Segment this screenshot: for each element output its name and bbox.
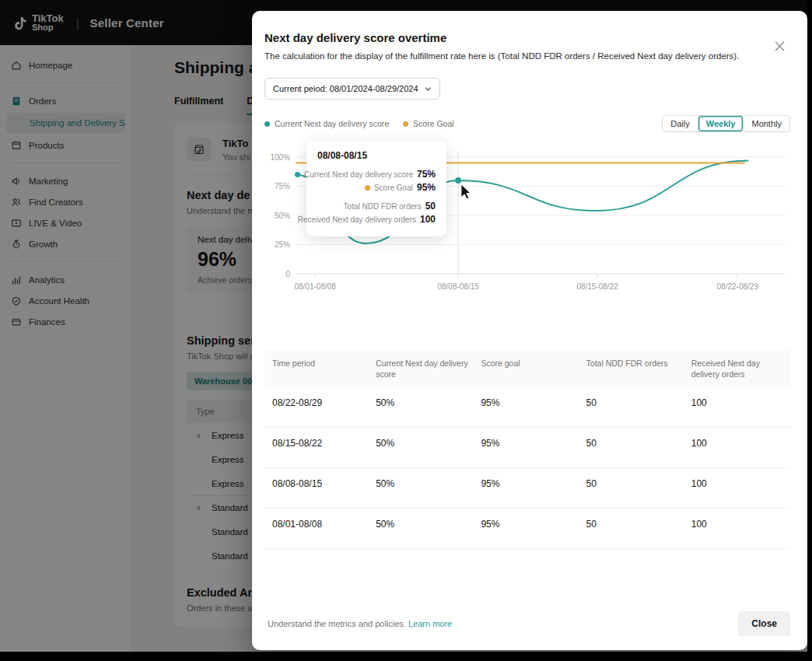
tooltip-value: 50 [425,200,436,213]
table-cell: 08/01-08/08 [264,509,369,549]
table-cell: 95% [474,468,579,509]
footer-text: Understand the metrics and policies.Lear… [268,619,452,628]
table-header-cell: Score goal [474,350,579,387]
table-cell: 95% [474,428,579,468]
svg-text:08/01-08/08: 08/01-08/08 [295,282,337,291]
legend-item: Score Goal [403,119,454,128]
table-cell: 100 [685,509,790,549]
tooltip-series-dot-icon [365,185,370,191]
toggle-daily[interactable]: Daily [663,116,698,131]
chart-tooltip: 08/08-08/15 Current Next day delivery sc… [306,141,446,236]
tooltip-series-dot-icon [295,172,300,177]
tooltip-row: Score Goal95% [317,181,436,194]
period-dropdown[interactable]: Current peiod: 08/01/2024-08/29/2024 [264,78,440,100]
legend-item: Current Next day delivery score [264,119,389,128]
granularity-toggle: DailyWeeklyMonthly [662,115,790,132]
legend-dot-icon [403,121,408,127]
learn-more-link[interactable]: Learn more [408,619,452,628]
score-table: Time periodCurrent Next day delivery sco… [264,350,790,549]
table-cell: 50% [369,428,474,468]
table-cell: 100 [685,468,790,509]
table-cell: 50% [369,468,474,509]
table-cell: 50 [580,468,685,509]
table-cell: 100 [685,387,790,428]
tooltip-row: Total NDD FDR orders50 [317,200,436,213]
tooltip-label: Received Next day delivery orders [298,213,416,226]
table-cell: 08/22-08/29 [264,387,369,428]
svg-text:08/22-08/29: 08/22-08/29 [717,282,759,291]
table-row[interactable]: 08/22-08/2950%95%50100 [264,387,790,428]
table-cell: 50 [580,509,685,549]
modal-title: Next day delivery score overtime [264,31,790,44]
table-cell: 50% [369,509,474,549]
table-cell: 50% [369,387,474,428]
table-cell: 95% [474,387,579,428]
close-button[interactable]: Close [738,611,790,636]
tooltip-label: Score Goal [374,181,413,194]
tooltip-value: 95% [417,181,436,194]
table-cell: 50 [580,387,685,428]
tooltip-label: Current Next day delivery score [304,168,413,181]
table-row[interactable]: 08/08-08/1550%95%50100 [264,468,790,509]
table-header-cell: Received Next day delivery orders [685,350,790,387]
tooltip-row: Current Next day delivery score75% [317,168,436,181]
table-row[interactable]: 08/01-08/0850%95%50100 [264,509,790,549]
tooltip-label: Total NDD FDR orders [344,200,422,213]
chart-legend: Current Next day delivery scoreScore Goa… [264,119,454,128]
table-cell: 95% [474,509,579,549]
svg-text:50%: 50% [275,212,290,220]
legend-dot-icon [264,121,270,127]
table-cell: 50 [580,428,685,468]
legend-label: Score Goal [413,119,454,128]
ndd-score-modal: Next day delivery score overtime The cal… [252,11,807,650]
table-header-cell: Time period [264,350,369,387]
table-header-cell: Current Next day delivery score [369,350,474,387]
close-icon[interactable] [775,40,787,53]
table-row[interactable]: 08/15-08/2250%95%50100 [264,428,790,468]
tooltip-title: 08/08-08/15 [317,150,436,161]
toggle-monthly[interactable]: Monthly [744,116,789,131]
tooltip-value: 75% [417,168,436,181]
svg-text:25%: 25% [275,240,290,249]
table-cell: 100 [685,428,790,468]
svg-text:0: 0 [285,270,290,278]
legend-label: Current Next day delivery score [275,119,389,128]
delivery-score-chart[interactable]: 100%75%50%25%008/01-08/0808/08-08/1508/1… [264,140,790,348]
table-cell: 08/08-08/15 [264,468,369,509]
svg-text:75%: 75% [275,182,290,191]
tooltip-row: Received Next day delivery orders100 [317,213,436,226]
toggle-weekly[interactable]: Weekly [698,116,744,131]
svg-text:100%: 100% [270,153,290,162]
modal-description: The calculation for the display of the f… [264,51,790,61]
svg-text:08/15-08/22: 08/15-08/22 [576,282,618,291]
period-dropdown-label: Current peiod: 08/01/2024-08/29/2024 [273,84,418,93]
table-cell: 08/15-08/22 [264,428,369,468]
chevron-down-icon [425,86,432,93]
tooltip-value: 100 [420,213,436,226]
table-header-cell: Total NDD FDR orders [580,350,685,387]
svg-text:08/08-08/15: 08/08-08/15 [437,282,479,291]
footer-metrics-text: Understand the metrics and policies. [268,619,406,628]
modal-footer: Understand the metrics and policies.Lear… [252,600,807,650]
